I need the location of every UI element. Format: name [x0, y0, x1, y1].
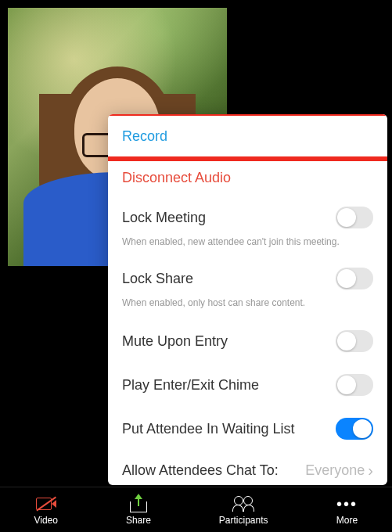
participants-button[interactable]: Participants [219, 494, 268, 526]
share-button[interactable]: Share [126, 494, 151, 526]
lock-meeting-hint: When enabled, new attendee can't join th… [122, 236, 373, 247]
lock-share-toggle[interactable] [336, 268, 373, 289]
disconnect-audio-button[interactable]: Disconnect Audio [108, 159, 387, 197]
play-chime-label: Play Enter/Exit Chime [122, 377, 259, 394]
lock-share-label: Lock Share [122, 271, 193, 287]
chevron-right-icon: › [368, 462, 373, 480]
video-off-icon [35, 494, 57, 513]
participants-label: Participants [219, 515, 268, 526]
play-chime-row[interactable]: Play Enter/Exit Chime [108, 363, 387, 407]
more-menu-popup: Record Disconnect Audio Lock Meeting Whe… [108, 114, 387, 485]
record-button[interactable]: Record [108, 114, 387, 159]
participants-icon [232, 494, 254, 513]
waiting-list-label: Put Attendee In Waiting List [122, 421, 294, 437]
lock-meeting-label: Lock Meeting [122, 210, 206, 226]
more-label: More [336, 515, 358, 526]
waiting-list-row[interactable]: Put Attendee In Waiting List [108, 407, 387, 451]
allow-chat-label: Allow Attendees Chat To: [122, 462, 279, 479]
video-label: Video [34, 515, 57, 526]
mute-upon-entry-label: Mute Upon Entry [122, 333, 228, 350]
allow-chat-value: Everyone › [305, 462, 373, 480]
mute-upon-entry-row[interactable]: Mute Upon Entry [108, 319, 387, 363]
video-button[interactable]: Video [34, 494, 57, 526]
more-icon: ••• [336, 494, 358, 513]
more-button[interactable]: ••• More [336, 494, 358, 526]
waiting-list-toggle[interactable] [336, 418, 373, 440]
mute-upon-entry-toggle[interactable] [336, 330, 373, 352]
disconnect-audio-label: Disconnect Audio [122, 170, 231, 186]
lock-share-row[interactable]: Lock Share When enabled, only host can s… [108, 258, 387, 319]
play-chime-toggle[interactable] [336, 374, 373, 396]
share-icon [128, 494, 149, 513]
lock-meeting-row[interactable]: Lock Meeting When enabled, new attendee … [108, 197, 387, 258]
bottom-toolbar: Video Share Participants ••• More [0, 487, 392, 532]
record-label: Record [122, 128, 167, 145]
lock-meeting-toggle[interactable] [336, 207, 373, 228]
lock-share-hint: When enabled, only host can share conten… [122, 297, 373, 308]
share-label: Share [126, 515, 151, 526]
allow-chat-row[interactable]: Allow Attendees Chat To: Everyone › [108, 451, 387, 485]
